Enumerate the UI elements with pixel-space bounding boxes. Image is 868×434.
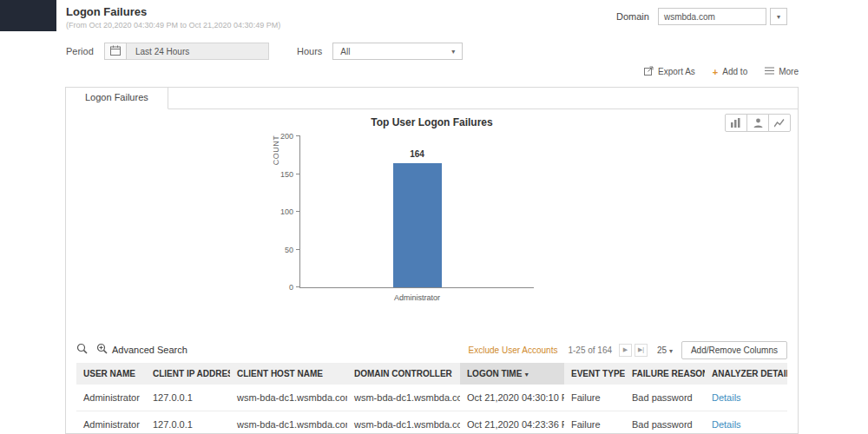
hours-select-value: All — [340, 47, 350, 56]
results-table: USER NAMECLIENT IP ADDRESSCLIENT HOST NA… — [76, 363, 787, 434]
sidebar-sliver[interactable] — [0, 0, 56, 31]
export-icon — [644, 66, 654, 77]
table-toolbar: Advanced Search Exclude User Accounts 1-… — [66, 338, 798, 362]
table-cell: Failure — [564, 385, 625, 411]
page-size-value: 25 — [657, 345, 667, 355]
chevron-down-icon: ▾ — [777, 13, 780, 21]
pagination-range: 1-25 of 164 — [568, 345, 612, 355]
domain-select-value: wsmbda.com — [664, 12, 715, 22]
table-cell: wsm-bda-dc1.wsmbda.com — [347, 411, 460, 434]
y-tick-label: 50 — [271, 246, 293, 254]
calendar-icon — [110, 43, 121, 59]
table-body: Administrator127.0.0.1wsm-bda-dc1.wsmbda… — [76, 385, 787, 434]
bar-value-label: 164 — [393, 149, 442, 159]
chevron-down-icon: ▾ — [669, 347, 673, 355]
column-header[interactable]: LOGON TIME ▼ — [460, 363, 564, 385]
column-header[interactable]: CLIENT IP ADDRESS — [146, 363, 230, 385]
advanced-search-icon — [96, 342, 108, 358]
add-to-button[interactable]: + Add to — [713, 67, 747, 77]
details-link[interactable]: Details — [712, 392, 741, 403]
column-header[interactable]: FAILURE REASON — [625, 363, 705, 385]
advanced-search-button[interactable]: Advanced Search — [96, 342, 187, 358]
plus-icon: + — [713, 67, 718, 77]
search-icon — [76, 342, 88, 358]
page-title: Logon Failures — [66, 5, 147, 18]
table-cell: wsm-bda-dc1.wsmbda.com — [230, 385, 347, 411]
user-icon — [753, 115, 763, 131]
export-as-label: Export As — [658, 67, 695, 76]
table-cell: Administrator — [76, 385, 146, 411]
chart-plot: 164 Administrator 050100150200 — [299, 136, 534, 288]
period-label: Period — [66, 46, 104, 56]
table-cell: Bad password — [625, 411, 705, 434]
page-size-select[interactable]: 25 ▾ — [657, 345, 673, 355]
bar-chart-icon — [731, 115, 741, 131]
x-category-label: Administrator — [365, 293, 470, 302]
table-cell: Bad password — [625, 385, 705, 411]
export-chart-button[interactable] — [768, 114, 791, 132]
chart-type-button[interactable] — [725, 114, 747, 132]
column-header[interactable]: ANALYZER DETAILS — [705, 363, 787, 385]
hours-select[interactable]: All ▾ — [332, 43, 463, 60]
sort-desc-icon: ▼ — [522, 372, 529, 378]
more-button[interactable]: More — [765, 67, 799, 76]
table-cell: Oct 21,2020 04:30:10 PM — [460, 385, 564, 411]
page: Logon Failures (From Oct 20,2020 04:30:4… — [0, 0, 868, 434]
chevron-down-icon: ▾ — [451, 48, 455, 56]
tabstrip: Logon Failures — [66, 88, 798, 109]
chart-area: Top User Logon Failures — [66, 109, 798, 337]
table-header-row: USER NAMECLIENT IP ADDRESSCLIENT HOST NA… — [76, 363, 787, 385]
y-tick-label: 100 — [271, 207, 293, 216]
domain-label: Domain — [616, 11, 649, 22]
table-cell: wsm-bda-dc1.wsmbda.com — [347, 385, 460, 411]
y-tick-mark — [296, 286, 300, 287]
last-page-icon: ▶| — [638, 346, 644, 353]
more-label: More — [779, 67, 799, 76]
user-filter-button[interactable] — [746, 114, 769, 132]
domain-filter: Domain wsmbda.com ▾ — [616, 8, 787, 25]
advanced-search-label: Advanced Search — [112, 345, 187, 355]
y-tick-mark — [296, 211, 300, 212]
table-cell: Details — [705, 411, 787, 434]
line-chart-icon — [774, 115, 785, 131]
calendar-button[interactable] — [104, 43, 127, 60]
table-cell: wsm-bda-dc1.wsmbda.com — [230, 411, 347, 434]
exclude-user-accounts-link[interactable]: Exclude User Accounts — [469, 345, 558, 355]
table-cell: 127.0.0.1 — [146, 411, 230, 434]
y-tick-label: 0 — [271, 283, 293, 292]
domain-select[interactable]: wsmbda.com — [658, 8, 766, 25]
table-cell: Failure — [564, 411, 625, 434]
domain-chevron-button[interactable]: ▾ — [770, 8, 787, 25]
column-header[interactable]: EVENT TYPE — [564, 363, 625, 385]
more-icon — [765, 67, 774, 76]
chart-toolbar — [726, 114, 791, 132]
y-tick-mark — [296, 249, 300, 250]
add-to-label: Add to — [722, 67, 747, 76]
chart-bar[interactable] — [393, 163, 442, 287]
action-row: Export As + Add to More — [644, 66, 799, 77]
table-cell: Oct 21,2020 04:23:36 PM — [460, 411, 564, 434]
details-link[interactable]: Details — [712, 419, 741, 430]
search-button[interactable] — [76, 342, 88, 358]
y-tick-label: 200 — [271, 132, 293, 141]
column-header[interactable]: DOMAIN CONTROLLER — [347, 363, 460, 385]
tab-logon-failures[interactable]: Logon Failures — [66, 88, 168, 109]
period-input[interactable]: Last 24 Hours — [127, 43, 269, 60]
add-remove-columns-button[interactable]: Add/Remove Columns — [681, 341, 787, 359]
next-page-button[interactable]: ▶ — [619, 344, 632, 357]
hours-label: Hours — [297, 46, 322, 56]
y-tick-mark — [296, 174, 300, 174]
chart-title: Top User Logon Failures — [66, 116, 798, 128]
table-row: Administrator127.0.0.1wsm-bda-dc1.wsmbda… — [76, 411, 787, 434]
table-cell: Details — [705, 385, 787, 411]
y-tick-mark — [296, 135, 300, 136]
y-tick-label: 150 — [271, 170, 293, 179]
report-panel: Logon Failures Top User Logon Failures — [65, 87, 799, 434]
last-page-button[interactable]: ▶| — [635, 344, 648, 357]
next-page-icon: ▶ — [623, 346, 628, 353]
export-as-button[interactable]: Export As — [644, 66, 695, 77]
column-header[interactable]: USER NAME — [76, 363, 146, 385]
column-header[interactable]: CLIENT HOST NAME — [230, 363, 347, 385]
table-cell: Administrator — [76, 411, 146, 434]
table-row: Administrator127.0.0.1wsm-bda-dc1.wsmbda… — [76, 385, 787, 411]
